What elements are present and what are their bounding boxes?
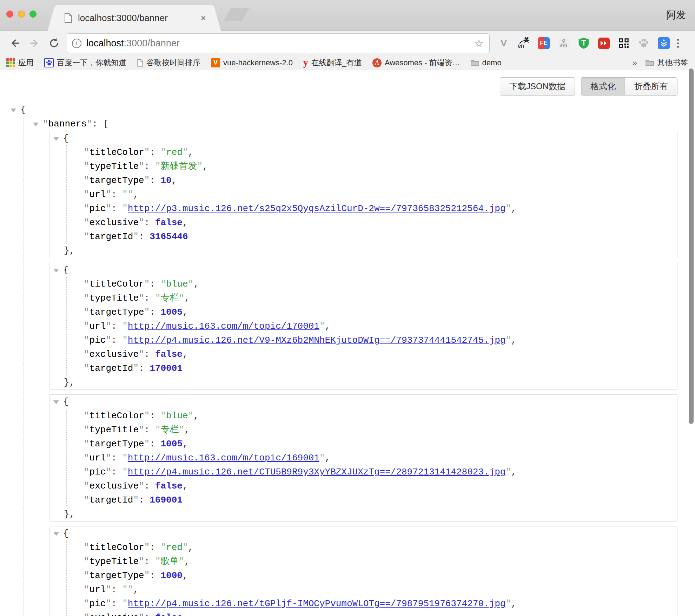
bookmark-demo-folder[interactable]: demo [471, 58, 502, 67]
minimize-window-button[interactable] [18, 11, 25, 18]
json-key: targetType [90, 175, 144, 186]
json-key: url [90, 584, 106, 595]
baidu-paw-extension-icon[interactable] [637, 37, 650, 50]
profile-name[interactable]: 阿发 [666, 8, 686, 22]
json-entry-exclusive: "exclusive": false, [67, 611, 677, 616]
collapse-all-button[interactable]: 折叠所有 [625, 78, 677, 95]
translate-extension-icon[interactable]: 英 en [517, 37, 530, 50]
json-entry-titleColor: "titleColor": "blue", [67, 277, 677, 291]
json-key: exclusive [90, 481, 139, 491]
browser-menu-icon[interactable] [677, 39, 679, 48]
collapse-toggle-icon[interactable] [53, 400, 59, 404]
traffic-lights [6, 11, 37, 18]
json-key: targetType [90, 307, 144, 317]
apps-grid-icon [6, 58, 15, 67]
scrollbar-thumb[interactable] [689, 68, 694, 424]
json-key: typeTitle [90, 425, 139, 435]
json-root-open: { [11, 103, 695, 117]
json-key: typeTitle [90, 293, 139, 303]
json-key: typeTitle [90, 556, 139, 567]
json-entry-url: "url": "http://music.163.com/m/topic/169… [67, 451, 677, 465]
json-number-value: false [155, 612, 183, 616]
json-string-value: blue [166, 411, 188, 421]
json-object-close: }, [50, 375, 677, 389]
json-entry-typeTitle: "typeTitle": "歌单", [67, 555, 677, 569]
browser-window: { "window": { "profile_name": "阿发" }, "t… [0, 0, 695, 616]
folder-icon [471, 59, 479, 66]
json-link-value[interactable]: http://music.163.com/m/topic/170001 [128, 321, 319, 332]
json-key: exclusive [90, 612, 139, 616]
download-json-button[interactable]: 下载JSON数据 [500, 77, 575, 96]
json-object-box: { "titleColor": "red","typeTitle": "新碟首发… [49, 131, 677, 258]
zoom-window-button[interactable] [29, 11, 37, 18]
bookmarks-overflow-chevron[interactable]: » [633, 58, 637, 68]
page-info-icon[interactable]: i [72, 39, 81, 48]
json-entry-typeTitle: "typeTitle": "专栏", [67, 423, 677, 437]
window-titlebar: localhost:3000/banner × 阿发 [0, 0, 695, 31]
json-object-open: { [50, 526, 677, 540]
download-manager-extension-icon[interactable] [657, 37, 670, 50]
json-entry-exclusive: "exclusive": false, [67, 347, 677, 361]
back-button[interactable] [8, 36, 22, 50]
json-link-value[interactable]: http://p4.music.126.net/CTU5B9R9y3XyYBZX… [128, 467, 506, 477]
reload-button[interactable] [47, 36, 61, 50]
bookmark-apps[interactable]: 应用 [6, 58, 34, 68]
url-path: :3000/banner [124, 38, 180, 48]
json-key: titleColor [90, 542, 144, 553]
json-entry-exclusive: "exclusive": false, [67, 479, 677, 493]
json-link-value[interactable]: http://music.163.com/m/topic/169001 [128, 453, 319, 463]
tab-close-icon[interactable]: × [201, 13, 206, 24]
json-key: url [90, 189, 106, 200]
json-key: pic [90, 203, 106, 214]
json-link-value[interactable]: http://p4.music.126.net/V9-MXz6b2MNhEKju… [128, 335, 506, 346]
collapse-toggle-icon[interactable] [53, 269, 59, 273]
json-entry-url: "url": "http://music.163.com/m/topic/170… [67, 319, 677, 333]
tampermonkey-shield-extension-icon[interactable] [577, 37, 590, 50]
collapse-toggle-icon[interactable] [53, 532, 59, 536]
json-key: titleColor [90, 147, 144, 158]
json-key: pic [90, 467, 106, 477]
json-entry-pic: "pic": "http://p4.music.126.net/tGPljf-I… [67, 597, 677, 611]
youdao-icon: y [303, 58, 308, 67]
json-entry-typeTitle: "typeTitle": "专栏", [67, 291, 677, 305]
vue-devtools-extension-icon[interactable]: V [497, 37, 510, 50]
baidu-icon [44, 58, 54, 67]
bookmark-vue-hackernews[interactable]: V vue-hackernews-2.0 [211, 58, 293, 67]
forward-button[interactable] [27, 36, 41, 50]
browser-tab[interactable]: localhost:3000/banner × [56, 5, 212, 31]
json-entry-targetType: "targetType": 10, [67, 173, 677, 188]
collapse-toggle-icon[interactable] [11, 109, 16, 112]
fe-extension-icon[interactable]: FE [537, 37, 550, 50]
bookmark-awesomes[interactable]: A Awesomes - 前端资… [372, 58, 460, 68]
json-object-box: { "titleColor": "blue","typeTitle": "专栏"… [49, 394, 677, 522]
json-link-value[interactable]: http://p4.music.126.net/tGPljf-IMOCyPvum… [128, 598, 506, 609]
bookmark-google-sort[interactable]: 谷歌按时间排序 [137, 58, 200, 68]
address-bar[interactable]: i localhost:3000/banner ☆ [67, 33, 490, 53]
bookmark-baidu[interactable]: 百度一下，你就知道 [44, 58, 126, 68]
bookmark-youdao[interactable]: y 在线翻译_有道 [303, 58, 362, 68]
json-root-children: "banners": [ { "titleColor": "red","type… [24, 117, 695, 616]
close-window-button[interactable] [6, 11, 13, 18]
video-speed-extension-icon[interactable] [597, 37, 610, 50]
other-bookmarks-folder[interactable]: 其他书签 [646, 58, 688, 68]
json-key: targetId [90, 363, 133, 374]
json-entry-pic: "pic": "http://p4.music.126.net/CTU5B9R9… [67, 465, 677, 479]
bookmark-star-icon[interactable]: ☆ [474, 37, 484, 50]
json-number-value: false [155, 217, 183, 228]
qr-code-extension-icon[interactable] [617, 37, 630, 50]
json-link-value[interactable]: http://p3.music.126.net/s25q2x5QyqsAzilC… [128, 203, 506, 214]
format-button[interactable]: 格式化 [581, 78, 625, 95]
json-string-value: 专栏 [160, 293, 179, 303]
url-text[interactable]: localhost:3000/banner [86, 38, 471, 49]
json-key: titleColor [90, 279, 144, 289]
sitemap-extension-icon[interactable] [557, 37, 570, 50]
json-entry-targetType: "targetType": 1005, [67, 305, 677, 319]
collapse-toggle-icon[interactable] [33, 123, 39, 126]
json-banners-key-row: "banners": [ [24, 117, 695, 131]
json-number-value: 3165446 [150, 231, 188, 242]
json-key: url [90, 321, 106, 332]
new-tab-button[interactable] [224, 8, 249, 21]
json-object-body: "titleColor": "red","typeTitle": "新碟首发",… [66, 145, 677, 244]
collapse-toggle-icon[interactable] [53, 137, 59, 141]
json-number-value: 1005 [160, 307, 182, 317]
